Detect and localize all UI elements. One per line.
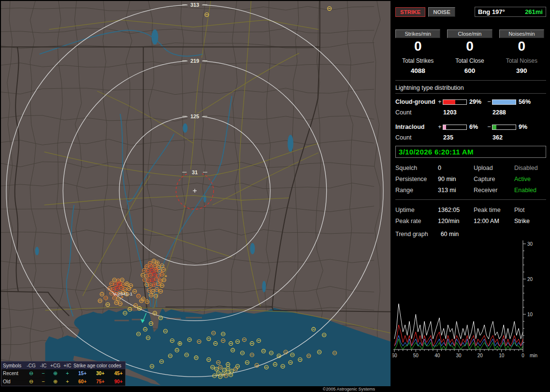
rate-boxes: Strikes/min 0 Close/min 0 Noises/min 0 xyxy=(395,29,544,54)
total-close: Total Close 600 xyxy=(447,57,492,74)
noises-per-min-button[interactable]: Noises/min xyxy=(499,29,544,38)
close-per-min-box: Close/min 0 xyxy=(447,29,492,54)
range-value: 313 mi xyxy=(438,187,474,194)
total-strikes: Total Strikes 4088 xyxy=(395,57,440,74)
svg-text:10: 10 xyxy=(527,312,533,317)
ic-negative-pct: 9% xyxy=(516,124,532,130)
count-label: Count xyxy=(395,109,437,116)
plus-sign: + xyxy=(437,124,443,130)
plot-value: Strike xyxy=(514,218,546,224)
strikes-per-min-box: Strikes/min 0 xyxy=(395,29,440,54)
minus-sign: − xyxy=(486,98,492,105)
map-panel: 31321912531V-2941-1 Symbols -CG -IC +CG … xyxy=(0,0,391,392)
divider xyxy=(395,199,546,200)
svg-text:10: 10 xyxy=(499,353,505,358)
bearing-display: Bng 197° 261mi xyxy=(475,7,546,17)
svg-text:20: 20 xyxy=(527,277,533,282)
cg-negative-count: 2288 xyxy=(486,109,535,116)
ic-negative-bar xyxy=(492,125,516,130)
ic-positive-pct: 6% xyxy=(467,124,486,130)
svg-text:60: 60 xyxy=(392,353,397,358)
age-code-45: 45+ xyxy=(109,371,128,376)
noises-per-min-box: Noises/min 0 xyxy=(499,29,544,54)
capture-label: Capture xyxy=(474,176,514,182)
circle-minus-icon: ⊖ xyxy=(25,379,37,384)
bearing-distance: 261mi xyxy=(525,8,543,15)
total-noises-value: 390 xyxy=(499,67,544,74)
status-grid: Uptime 1362:05 Peak time Plot Peak rate … xyxy=(395,207,546,224)
upload-value: Disabled xyxy=(514,165,546,171)
close-per-min-button[interactable]: Close/min xyxy=(447,29,492,38)
uptime-value: 1362:05 xyxy=(438,207,474,213)
receiver-label: Receiver xyxy=(474,187,514,194)
cloud-ground-label: Cloud-ground xyxy=(395,98,437,105)
svg-text:min: min xyxy=(530,353,537,358)
strike-toggle-button[interactable]: STRIKE xyxy=(395,7,425,17)
age-code-30: 30+ xyxy=(91,371,109,376)
minus-icon: − xyxy=(37,371,49,376)
total-strikes-value: 4088 xyxy=(395,67,440,74)
svg-text:20: 20 xyxy=(478,353,483,358)
strikes-per-min-value: 0 xyxy=(395,39,440,54)
svg-text:31: 31 xyxy=(192,169,198,175)
ic-positive-bar xyxy=(443,125,467,130)
intracloud-label: Intracloud xyxy=(395,124,437,130)
trend-graph-row: Trend graph 60 min xyxy=(395,231,546,238)
trend-graph-chart: 1020300102030405060min xyxy=(392,239,548,361)
cg-positive-pct: 29% xyxy=(467,98,486,105)
persistence-value: 90 min xyxy=(438,176,474,182)
squelch-label: Squelch xyxy=(395,165,438,171)
circle-minus-icon: ⊖ xyxy=(25,371,37,376)
count-label: Count xyxy=(395,134,437,141)
persistence-label: Persistence xyxy=(395,176,438,182)
noise-toggle-button[interactable]: NOISE xyxy=(428,7,455,17)
copyright-text: ©2005 Astrogenic Systems xyxy=(323,387,375,392)
plus-icon: + xyxy=(61,371,73,376)
lightning-detector-window: 31321912531V-2941-1 Symbols -CG -IC +CG … xyxy=(0,0,550,392)
total-strikes-label: Total Strikes xyxy=(395,57,440,64)
distribution-title: Lightning type distribution xyxy=(395,84,546,94)
circle-plus-icon: ⊕ xyxy=(49,371,61,376)
svg-text:30: 30 xyxy=(456,353,462,358)
plus-sign: + xyxy=(437,98,443,105)
peak-rate-value: 120/min xyxy=(438,218,474,224)
strikes-per-min-button[interactable]: Strikes/min xyxy=(395,29,440,38)
age-code-75: 75+ xyxy=(91,379,109,384)
lightning-map[interactable]: 31321912531V-2941-1 xyxy=(1,1,391,386)
strike-legend: Symbols -CG -IC +CG +IC Strike age color… xyxy=(1,361,126,386)
current-datetime: 3/10/2026 6:20:11 AM xyxy=(395,146,546,158)
cloud-ground-count-row: Count 1203 2288 xyxy=(395,109,546,116)
intracloud-count-row: Count 235 362 xyxy=(395,134,546,141)
receiver-value: Enabled xyxy=(514,187,546,194)
capture-value: Active xyxy=(514,176,546,182)
minus-sign: − xyxy=(486,124,492,130)
intracloud-row: Intracloud + 6% − 9% xyxy=(395,124,546,130)
peak-rate-label: Peak rate xyxy=(395,218,438,224)
legend-row-recent: Recent ⊖ − ⊕ + 15+ 30+ 45+ xyxy=(1,369,125,378)
cg-negative-bar xyxy=(492,99,516,105)
tracked-cell-label: V-2941-1 xyxy=(113,291,133,296)
cg-positive-count: 1203 xyxy=(437,109,486,116)
svg-text:313: 313 xyxy=(190,2,199,8)
age-code-60: 60+ xyxy=(73,379,91,384)
svg-text:50: 50 xyxy=(413,353,419,358)
total-noises-label: Total Noises xyxy=(499,57,544,64)
svg-text:0: 0 xyxy=(521,353,524,358)
svg-text:30: 30 xyxy=(527,241,533,247)
upload-label: Upload xyxy=(474,165,514,171)
peak-time-value: 12:00 AM xyxy=(474,218,514,224)
uptime-label: Uptime xyxy=(395,207,438,213)
ic-positive-count: 235 xyxy=(437,134,486,141)
squelch-value: 0 xyxy=(438,165,474,171)
minus-icon: − xyxy=(37,379,49,384)
plot-label: Plot xyxy=(514,207,546,213)
bearing-label: Bng 197° xyxy=(478,8,505,15)
cg-negative-pct: 56% xyxy=(516,98,532,105)
settings-grid: Squelch 0 Upload Disabled Persistence 90… xyxy=(395,165,546,194)
circle-plus-icon: ⊕ xyxy=(49,379,61,384)
legend-col-pos-ic: +IC xyxy=(61,363,73,368)
legend-col-pos-cg: +CG xyxy=(49,363,61,368)
svg-text:40: 40 xyxy=(434,353,440,358)
total-close-value: 600 xyxy=(447,67,492,74)
legend-row-old: Old ⊖ − ⊕ + 60+ 75+ 90+ xyxy=(1,378,125,386)
